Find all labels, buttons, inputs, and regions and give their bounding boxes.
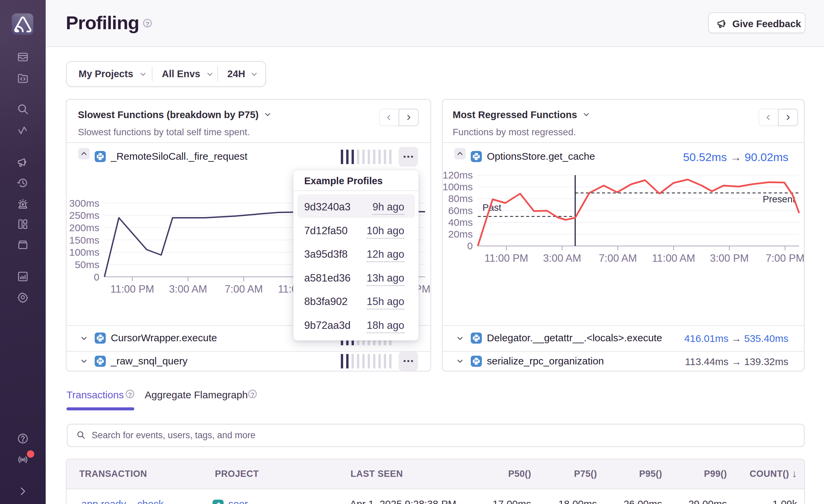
svg-text:200ms: 200ms	[69, 222, 99, 233]
svg-text:150ms: 150ms	[69, 235, 99, 246]
svg-text:300ms: 300ms	[69, 198, 99, 209]
svg-text:250ms: 250ms	[69, 210, 99, 221]
svg-text:100ms: 100ms	[443, 181, 473, 192]
svg-text:60ms: 60ms	[448, 205, 473, 216]
svg-text:11:00 AM: 11:00 AM	[652, 252, 695, 264]
svg-text:0: 0	[467, 240, 473, 251]
svg-text:50ms: 50ms	[75, 259, 99, 270]
svg-text:7:00 AM: 7:00 AM	[225, 283, 263, 295]
svg-text:0: 0	[94, 271, 99, 283]
svg-text:20ms: 20ms	[448, 229, 473, 240]
svg-text:3:00 AM: 3:00 AM	[543, 252, 581, 264]
svg-text:120ms: 120ms	[443, 169, 473, 181]
svg-text:3:00 PM: 3:00 PM	[710, 252, 748, 264]
svg-text:100ms: 100ms	[69, 247, 99, 258]
svg-text:Present: Present	[763, 194, 795, 204]
svg-text:40ms: 40ms	[448, 217, 473, 228]
svg-text:7:00 AM: 7:00 AM	[599, 252, 637, 264]
svg-text:80ms: 80ms	[448, 193, 473, 204]
svg-text:3:00 AM: 3:00 AM	[169, 283, 207, 295]
svg-text:11:00 PM: 11:00 PM	[485, 252, 528, 264]
svg-text:7:00 PM: 7:00 PM	[766, 252, 804, 264]
svg-text:11:00 PM: 11:00 PM	[110, 283, 154, 295]
